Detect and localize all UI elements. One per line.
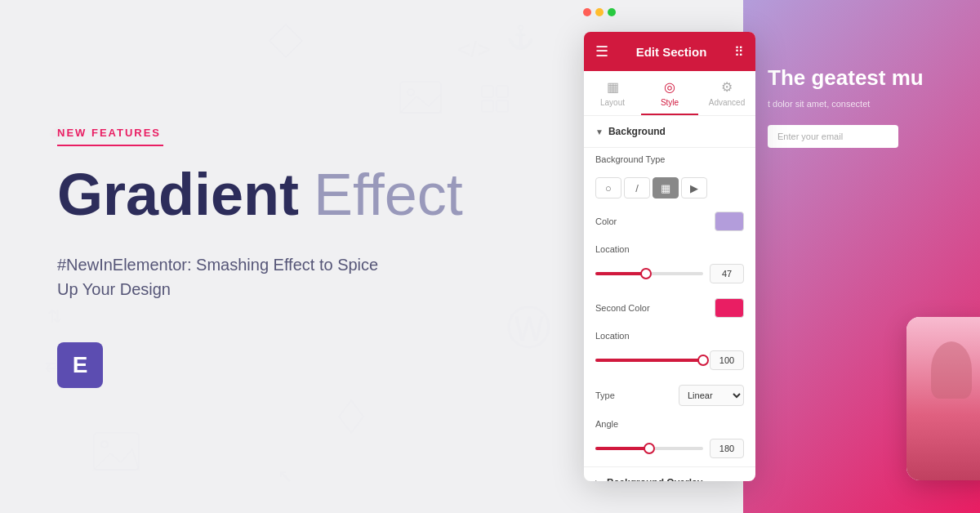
background-type-label: Background Type <box>595 154 665 164</box>
type-row: Type Linear Radial <box>584 378 755 413</box>
location-slider-container: 47 <box>584 261 755 292</box>
color-label: Color <box>595 216 617 226</box>
bg-type-none[interactable]: ○ <box>595 177 621 199</box>
background-section-label: Background <box>608 126 666 137</box>
main-title: Gradient Effect <box>57 163 514 227</box>
left-panel: </> 🚗 ⚓ Ⓦ ⇄ ↖ ⇅ NEW FEATURES Gradient Ef… <box>0 0 572 513</box>
background-type-row: Background Type <box>584 148 755 171</box>
location-value-input[interactable]: 47 <box>710 264 744 283</box>
window-maximize-dot[interactable] <box>608 8 616 16</box>
background-overlay-label: Background Overlay <box>607 477 702 481</box>
svg-rect-2 <box>400 82 441 113</box>
panel-titlebar: ☰ Edit Section ⠿ <box>584 32 755 71</box>
second-color-label: Second Color <box>595 303 650 313</box>
type-label: Type <box>595 390 615 400</box>
layout-tab-icon: ▦ <box>607 79 619 95</box>
second-location-slider-fill <box>595 359 703 362</box>
advanced-tab-label: Advanced <box>709 98 745 107</box>
window-minimize-dot[interactable] <box>595 8 604 16</box>
window-close-dot[interactable] <box>583 8 591 16</box>
style-tab-icon: ◎ <box>664 79 675 95</box>
preview-subtitle: t dolor sit amet, consectet <box>768 99 870 109</box>
location-slider-track[interactable] <box>595 272 703 275</box>
badge-text: NEW FEATURES <box>57 127 514 146</box>
svg-rect-13 <box>94 433 139 470</box>
panel-title: Edit Section <box>608 45 734 59</box>
svg-marker-15 <box>94 449 139 470</box>
svg-text:</>: </> <box>457 37 490 62</box>
svg-text:Ⓦ: Ⓦ <box>506 302 551 353</box>
svg-text:⇅: ⇅ <box>47 306 62 327</box>
second-location-value-input[interactable]: 100 <box>710 350 744 370</box>
svg-marker-17 <box>339 400 363 433</box>
second-color-row: Second Color <box>584 292 755 324</box>
advanced-tab-icon: ⚙ <box>721 79 733 95</box>
preview-area: The geatest mu t dolor sit amet, consect… <box>743 0 980 513</box>
background-overlay-section[interactable]: ▶ Background Overlay <box>584 466 755 481</box>
second-location-row: Location <box>584 324 755 347</box>
angle-row: Angle <box>584 413 755 435</box>
tab-style[interactable]: ◎ Style <box>641 71 698 115</box>
preview-phone-mockup <box>906 317 980 480</box>
panel-tabs: ▦ Layout ◎ Style ⚙ Advanced <box>584 71 755 116</box>
preview-title: The geatest mu <box>768 65 924 91</box>
color-swatch-2[interactable] <box>715 298 744 318</box>
panel-body: ▼ Background Background Type ○ / ▦ ▶ Col… <box>584 116 755 481</box>
color-swatch-1[interactable] <box>715 212 744 231</box>
svg-rect-8 <box>497 100 508 112</box>
background-arrow-icon: ▼ <box>595 127 604 136</box>
svg-point-14 <box>101 441 108 448</box>
logo-letter: E <box>73 352 88 378</box>
panel-grid-icon[interactable]: ⠿ <box>734 44 744 60</box>
svg-text:⚓: ⚓ <box>506 24 535 51</box>
preview-email-input: Enter your email <box>768 125 898 148</box>
tab-layout[interactable]: ▦ Layout <box>584 71 641 115</box>
elementor-editor-panel: ☰ Edit Section ⠿ ▦ Layout ◎ Style ⚙ Adva… <box>584 32 755 481</box>
window-controls <box>583 8 616 16</box>
type-select[interactable]: Linear Radial <box>679 385 744 406</box>
bg-type-buttons: ○ / ▦ ▶ <box>584 171 755 205</box>
svg-point-3 <box>408 89 414 96</box>
background-section-header[interactable]: ▼ Background <box>584 116 755 148</box>
right-panel: ☰ Edit Section ⠿ ▦ Layout ◎ Style ⚙ Adva… <box>572 0 980 513</box>
location-slider-thumb[interactable] <box>640 268 652 279</box>
second-location-slider-thumb[interactable] <box>697 355 709 366</box>
location-label: Location <box>595 244 630 254</box>
angle-value-input[interactable]: 180 <box>710 439 744 458</box>
svg-marker-0 <box>270 25 302 57</box>
elementor-logo: E <box>57 342 103 388</box>
angle-slider-fill <box>595 447 649 450</box>
svg-rect-6 <box>497 86 508 97</box>
location-slider-fill <box>595 272 646 275</box>
svg-rect-7 <box>482 100 493 112</box>
bg-type-video[interactable]: ▶ <box>681 177 707 199</box>
second-location-slider-track[interactable] <box>595 359 703 362</box>
title-gradient: Gradient <box>57 163 299 227</box>
style-tab-label: Style <box>661 98 679 107</box>
second-location-label: Location <box>595 331 630 341</box>
menu-icon[interactable]: ☰ <box>595 42 608 60</box>
second-location-slider-container: 100 <box>584 347 755 378</box>
location-row: Location <box>584 238 755 261</box>
bg-type-gradient[interactable]: ▦ <box>653 177 679 199</box>
angle-slider-container: 180 <box>584 435 755 466</box>
svg-rect-5 <box>482 86 493 97</box>
angle-label: Angle <box>595 419 618 429</box>
new-features-badge: NEW FEATURES <box>57 125 514 146</box>
subtitle: #NewInElementor: Smashing Effect to Spic… <box>57 252 400 301</box>
color-row: Color <box>584 205 755 238</box>
title-light: Effect <box>314 163 463 227</box>
bg-type-classic[interactable]: / <box>624 177 650 199</box>
angle-slider-track[interactable] <box>595 447 703 450</box>
svg-marker-4 <box>400 94 441 113</box>
layout-tab-label: Layout <box>600 98 625 107</box>
tab-advanced[interactable]: ⚙ Advanced <box>698 71 755 115</box>
overlay-arrow-icon: ▶ <box>595 479 602 482</box>
angle-slider-thumb[interactable] <box>644 443 655 454</box>
svg-text:↖: ↖ <box>278 466 292 486</box>
preview-phone-image <box>906 317 980 480</box>
